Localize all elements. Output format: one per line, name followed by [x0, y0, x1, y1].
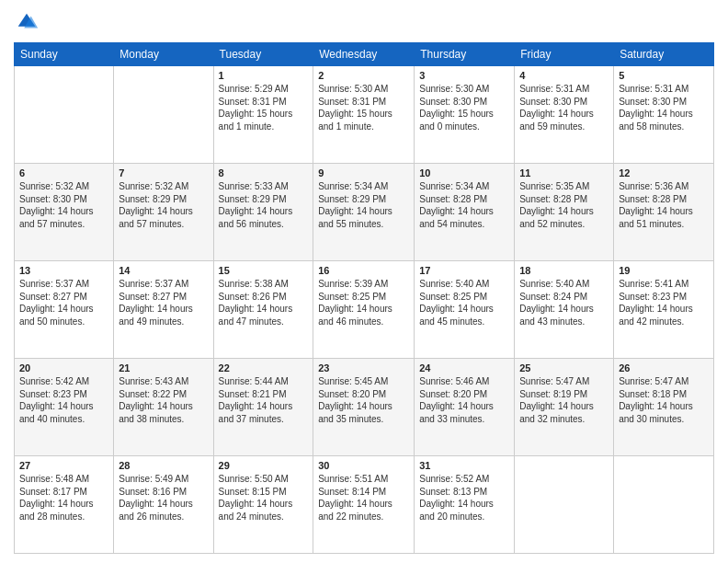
calendar-cell: 12 Sunrise: 5:36 AM Sunset: 8:28 PM Dayl…	[614, 164, 714, 261]
day-number: 17	[419, 265, 509, 276]
calendar-cell: 30 Sunrise: 5:51 AM Sunset: 8:14 PM Dayl…	[313, 456, 415, 554]
calendar-row: 20 Sunrise: 5:42 AM Sunset: 8:23 PM Dayl…	[15, 359, 714, 456]
day-number: 23	[318, 362, 409, 373]
day-info: Sunrise: 5:45 AM Sunset: 8:20 PM Dayligh…	[318, 375, 409, 425]
calendar-cell	[114, 66, 213, 164]
day-number: 18	[519, 265, 609, 276]
day-number: 1	[219, 70, 309, 81]
calendar-cell: 22 Sunrise: 5:44 AM Sunset: 8:21 PM Dayl…	[213, 359, 313, 456]
day-number: 24	[419, 362, 509, 373]
weekday-header-cell: Wednesday	[313, 43, 415, 66]
day-info: Sunrise: 5:40 AM Sunset: 8:25 PM Dayligh…	[419, 278, 509, 327]
day-info: Sunrise: 5:43 AM Sunset: 8:22 PM Dayligh…	[119, 375, 208, 425]
day-info: Sunrise: 5:30 AM Sunset: 8:30 PM Dayligh…	[419, 83, 509, 132]
day-info: Sunrise: 5:30 AM Sunset: 8:31 PM Dayligh…	[318, 83, 409, 132]
weekday-header-cell: Thursday	[415, 43, 515, 66]
day-info: Sunrise: 5:32 AM Sunset: 8:30 PM Dayligh…	[19, 180, 108, 230]
calendar-cell: 13 Sunrise: 5:37 AM Sunset: 8:27 PM Dayl…	[15, 261, 114, 359]
calendar-cell: 14 Sunrise: 5:37 AM Sunset: 8:27 PM Dayl…	[114, 261, 213, 359]
day-number: 12	[619, 167, 709, 178]
day-number: 30	[318, 460, 409, 471]
calendar-cell: 8 Sunrise: 5:33 AM Sunset: 8:29 PM Dayli…	[213, 164, 313, 261]
calendar-cell: 5 Sunrise: 5:31 AM Sunset: 8:30 PM Dayli…	[614, 66, 714, 164]
day-info: Sunrise: 5:49 AM Sunset: 8:16 PM Dayligh…	[119, 473, 208, 523]
day-number: 5	[619, 70, 709, 81]
day-info: Sunrise: 5:44 AM Sunset: 8:21 PM Dayligh…	[219, 375, 309, 425]
calendar-cell	[15, 66, 114, 164]
day-number: 15	[219, 265, 309, 276]
calendar-cell: 31 Sunrise: 5:52 AM Sunset: 8:13 PM Dayl…	[415, 456, 515, 554]
day-number: 11	[519, 167, 609, 178]
calendar-cell: 20 Sunrise: 5:42 AM Sunset: 8:23 PM Dayl…	[15, 359, 114, 456]
day-info: Sunrise: 5:41 AM Sunset: 8:23 PM Dayligh…	[619, 278, 709, 327]
day-info: Sunrise: 5:48 AM Sunset: 8:17 PM Dayligh…	[19, 473, 108, 523]
weekday-header-cell: Sunday	[15, 43, 114, 66]
day-info: Sunrise: 5:32 AM Sunset: 8:29 PM Dayligh…	[119, 180, 208, 230]
calendar-cell: 11 Sunrise: 5:35 AM Sunset: 8:28 PM Dayl…	[515, 164, 614, 261]
day-info: Sunrise: 5:31 AM Sunset: 8:30 PM Dayligh…	[519, 83, 609, 132]
day-info: Sunrise: 5:51 AM Sunset: 8:14 PM Dayligh…	[318, 473, 409, 523]
day-number: 6	[19, 167, 108, 178]
day-info: Sunrise: 5:37 AM Sunset: 8:27 PM Dayligh…	[119, 278, 208, 327]
day-number: 26	[619, 362, 709, 373]
day-info: Sunrise: 5:52 AM Sunset: 8:13 PM Dayligh…	[419, 473, 509, 523]
day-info: Sunrise: 5:47 AM Sunset: 8:18 PM Dayligh…	[619, 375, 709, 425]
calendar-cell: 29 Sunrise: 5:50 AM Sunset: 8:15 PM Dayl…	[213, 456, 313, 554]
day-number: 14	[119, 265, 208, 276]
day-number: 7	[119, 167, 208, 178]
day-number: 16	[318, 265, 409, 276]
day-info: Sunrise: 5:37 AM Sunset: 8:27 PM Dayligh…	[19, 278, 108, 327]
day-number: 31	[419, 460, 509, 471]
day-info: Sunrise: 5:34 AM Sunset: 8:28 PM Dayligh…	[419, 180, 509, 230]
day-number: 9	[318, 167, 409, 178]
calendar-cell: 9 Sunrise: 5:34 AM Sunset: 8:29 PM Dayli…	[313, 164, 415, 261]
day-info: Sunrise: 5:50 AM Sunset: 8:15 PM Dayligh…	[219, 473, 309, 523]
calendar-cell: 21 Sunrise: 5:43 AM Sunset: 8:22 PM Dayl…	[114, 359, 213, 456]
day-info: Sunrise: 5:33 AM Sunset: 8:29 PM Dayligh…	[219, 180, 309, 230]
day-info: Sunrise: 5:39 AM Sunset: 8:25 PM Dayligh…	[318, 278, 409, 327]
header	[14, 9, 714, 35]
weekday-header-cell: Friday	[515, 43, 614, 66]
day-number: 27	[19, 460, 108, 471]
day-number: 22	[219, 362, 309, 373]
calendar-row: 27 Sunrise: 5:48 AM Sunset: 8:17 PM Dayl…	[15, 456, 714, 554]
calendar-cell	[515, 456, 614, 554]
day-number: 21	[119, 362, 208, 373]
calendar-body: 1 Sunrise: 5:29 AM Sunset: 8:31 PM Dayli…	[15, 66, 714, 554]
calendar-row: 6 Sunrise: 5:32 AM Sunset: 8:30 PM Dayli…	[15, 164, 714, 261]
calendar-cell: 16 Sunrise: 5:39 AM Sunset: 8:25 PM Dayl…	[313, 261, 415, 359]
day-number: 25	[519, 362, 609, 373]
day-info: Sunrise: 5:34 AM Sunset: 8:29 PM Dayligh…	[318, 180, 409, 230]
day-info: Sunrise: 5:38 AM Sunset: 8:26 PM Dayligh…	[219, 278, 309, 327]
calendar-cell: 27 Sunrise: 5:48 AM Sunset: 8:17 PM Dayl…	[15, 456, 114, 554]
day-info: Sunrise: 5:35 AM Sunset: 8:28 PM Dayligh…	[519, 180, 609, 230]
day-number: 20	[19, 362, 108, 373]
calendar-cell: 19 Sunrise: 5:41 AM Sunset: 8:23 PM Dayl…	[614, 261, 714, 359]
calendar-cell: 15 Sunrise: 5:38 AM Sunset: 8:26 PM Dayl…	[213, 261, 313, 359]
weekday-header-cell: Monday	[114, 43, 213, 66]
day-info: Sunrise: 5:47 AM Sunset: 8:19 PM Dayligh…	[519, 375, 609, 425]
day-info: Sunrise: 5:31 AM Sunset: 8:30 PM Dayligh…	[619, 83, 709, 132]
calendar-cell: 17 Sunrise: 5:40 AM Sunset: 8:25 PM Dayl…	[415, 261, 515, 359]
calendar-cell: 7 Sunrise: 5:32 AM Sunset: 8:29 PM Dayli…	[114, 164, 213, 261]
calendar-cell: 3 Sunrise: 5:30 AM Sunset: 8:30 PM Dayli…	[415, 66, 515, 164]
logo	[14, 9, 43, 35]
day-number: 4	[519, 70, 609, 81]
day-info: Sunrise: 5:29 AM Sunset: 8:31 PM Dayligh…	[219, 83, 309, 132]
day-number: 8	[219, 167, 309, 178]
calendar-cell: 2 Sunrise: 5:30 AM Sunset: 8:31 PM Dayli…	[313, 66, 415, 164]
calendar-cell: 18 Sunrise: 5:40 AM Sunset: 8:24 PM Dayl…	[515, 261, 614, 359]
day-number: 3	[419, 70, 509, 81]
logo-icon	[14, 9, 40, 35]
calendar-cell: 23 Sunrise: 5:45 AM Sunset: 8:20 PM Dayl…	[313, 359, 415, 456]
calendar-cell: 26 Sunrise: 5:47 AM Sunset: 8:18 PM Dayl…	[614, 359, 714, 456]
page: SundayMondayTuesdayWednesdayThursdayFrid…	[0, 0, 728, 563]
calendar-row: 1 Sunrise: 5:29 AM Sunset: 8:31 PM Dayli…	[15, 66, 714, 164]
calendar-row: 13 Sunrise: 5:37 AM Sunset: 8:27 PM Dayl…	[15, 261, 714, 359]
calendar-cell: 24 Sunrise: 5:46 AM Sunset: 8:20 PM Dayl…	[415, 359, 515, 456]
calendar-cell: 4 Sunrise: 5:31 AM Sunset: 8:30 PM Dayli…	[515, 66, 614, 164]
day-number: 29	[219, 460, 309, 471]
day-info: Sunrise: 5:42 AM Sunset: 8:23 PM Dayligh…	[19, 375, 108, 425]
calendar-cell: 1 Sunrise: 5:29 AM Sunset: 8:31 PM Dayli…	[213, 66, 313, 164]
day-info: Sunrise: 5:46 AM Sunset: 8:20 PM Dayligh…	[419, 375, 509, 425]
